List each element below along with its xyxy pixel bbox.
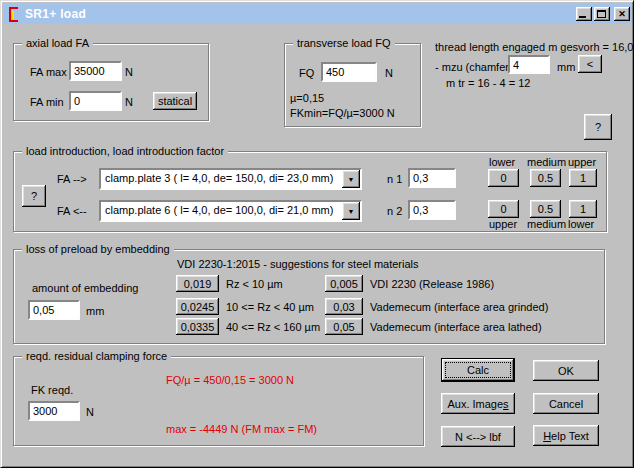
thread-help-button[interactable]: ? bbox=[584, 114, 612, 140]
transverse-load-group: transverse load FQ FQ N µ=0,15 FKmin=FQ/… bbox=[284, 43, 421, 127]
statical-button[interactable]: statical bbox=[153, 92, 197, 110]
rz10-label: Rz < 10 µm bbox=[226, 278, 283, 291]
window-title: SR1+ load bbox=[25, 7, 574, 21]
fq-mu-formula-text: FQ/µ = 450/0,15 = 3000 N bbox=[166, 374, 294, 387]
n1-upper-label: upper bbox=[568, 156, 596, 169]
mzu-chamfer-label: - mzu (chamfer) bbox=[435, 61, 513, 74]
aux-images-button[interactable]: Aux. Images bbox=[441, 393, 515, 414]
clamp-plate-2-combobox[interactable]: clamp.plate 6 ( l= 4,0, de= 100,0, di= 2… bbox=[99, 200, 362, 222]
n2-preset-0-button[interactable]: 0 bbox=[488, 200, 519, 218]
vademecum-lathed-label: Vademecum (interface area lathed) bbox=[370, 321, 542, 334]
amount-embedding-input[interactable] bbox=[28, 300, 80, 320]
embedding-group: loss of preload by embedding VDI 2230-1:… bbox=[13, 249, 605, 344]
vdi1986-value-button[interactable]: 0,005 bbox=[325, 275, 363, 292]
axial-load-group-label: axial load FA bbox=[22, 36, 93, 50]
clamping-force-group: reqd. residual clamping force FK reqd. N… bbox=[13, 356, 424, 446]
clamp-plate-1-value: clamp.plate 3 ( l= 4,0, de= 150,0, di= 2… bbox=[105, 172, 333, 184]
load-intro-help-button[interactable]: ? bbox=[22, 185, 46, 207]
vdi1986-label: VDI 2230 (Release 1986) bbox=[370, 278, 494, 291]
close-icon: ✕ bbox=[618, 9, 626, 19]
rz40-value-button[interactable]: 0,0245 bbox=[176, 298, 219, 315]
calc-button[interactable]: Calc bbox=[441, 358, 515, 382]
rz160-value-button[interactable]: 0,0335 bbox=[176, 318, 219, 335]
cancel-button[interactable]: Cancel bbox=[533, 393, 599, 414]
fk-reqd-label: FK reqd. bbox=[31, 384, 73, 397]
clamp-plate-1-combobox[interactable]: clamp.plate 3 ( l= 4,0, de= 150,0, di= 2… bbox=[99, 168, 362, 190]
maximize-icon bbox=[597, 10, 606, 18]
n-lbf-toggle-button[interactable]: N <--> lbf bbox=[441, 426, 515, 447]
fa-max-input[interactable] bbox=[69, 61, 122, 81]
fm-max-warning-text: max = -4449 N (FM max = FM) bbox=[166, 423, 317, 436]
minimize-icon bbox=[579, 16, 586, 18]
clamp-plate-2-dropdown-arrow-icon[interactable]: ▼ bbox=[342, 202, 360, 220]
n2-preset-05-button[interactable]: 0.5 bbox=[530, 200, 561, 218]
embedding-group-label: loss of preload by embedding bbox=[22, 242, 174, 256]
clamping-force-group-label: reqd. residual clamping force bbox=[22, 349, 171, 363]
sr1-load-dialog: SR1+ load ✕ axial load FA FA max N FA mi… bbox=[0, 0, 634, 468]
title-bar: SR1+ load ✕ bbox=[4, 4, 632, 24]
amount-embedding-unit: mm bbox=[86, 305, 104, 318]
transverse-load-group-label: transverse load FQ bbox=[293, 36, 395, 50]
n1-input[interactable] bbox=[408, 168, 456, 188]
n1-preset-1-button[interactable]: 1 bbox=[569, 169, 597, 187]
fkmin-formula-text: FKmin=FQ/µ=3000 N bbox=[290, 107, 395, 120]
fq-input[interactable] bbox=[321, 62, 377, 82]
mzu-back-button[interactable]: < bbox=[578, 55, 602, 73]
minimize-button[interactable] bbox=[576, 7, 592, 21]
n1-label: n 1 bbox=[387, 173, 402, 186]
fk-reqd-unit: N bbox=[86, 406, 94, 419]
fa-min-unit: N bbox=[125, 96, 133, 109]
mu-value-text: µ=0,15 bbox=[290, 92, 324, 105]
load-introduction-group: load introduction, load introduction fac… bbox=[13, 151, 607, 232]
close-button[interactable]: ✕ bbox=[614, 7, 630, 21]
thread-length-text: thread length engaged m gesvorh = 16,0 bbox=[435, 41, 633, 54]
n2-input[interactable] bbox=[408, 200, 456, 220]
n2-preset-1-button[interactable]: 1 bbox=[569, 200, 597, 218]
n2-lower-label: lower bbox=[568, 218, 594, 231]
mzu-unit: mm bbox=[557, 61, 575, 74]
aux-images-mnemonic: s bbox=[503, 398, 509, 410]
help-text-mnemonic: H bbox=[543, 430, 551, 442]
rz10-value-button[interactable]: 0,019 bbox=[176, 275, 219, 292]
vademecum-grinded-label: Vademecum (interface area grinded) bbox=[370, 301, 548, 314]
help-text-label: elp Text bbox=[551, 430, 589, 442]
n1-preset-0-button[interactable]: 0 bbox=[488, 169, 519, 187]
maximize-button[interactable] bbox=[594, 7, 610, 21]
n2-upper-label: upper bbox=[489, 218, 517, 231]
mzu-input[interactable] bbox=[508, 55, 550, 74]
fk-reqd-input[interactable] bbox=[28, 401, 80, 421]
vademecum-lathed-value-button[interactable]: 0,05 bbox=[325, 318, 363, 335]
fq-unit: N bbox=[385, 67, 393, 80]
fa-max-unit: N bbox=[125, 66, 133, 79]
clamp-plate-1-dropdown-arrow-icon[interactable]: ▼ bbox=[342, 170, 360, 188]
fa-backward-label: FA <-- bbox=[57, 205, 87, 218]
fa-forward-label: FA --> bbox=[57, 173, 87, 186]
n2-label: n 2 bbox=[387, 205, 402, 218]
fa-min-label: FA min bbox=[30, 96, 64, 109]
rz160-label: 40 <= Rz < 160 µm bbox=[226, 321, 320, 334]
fa-min-input[interactable] bbox=[69, 91, 122, 111]
n1-preset-05-button[interactable]: 0.5 bbox=[530, 169, 561, 187]
aux-images-label: Aux. Image bbox=[447, 398, 503, 410]
vdi-header-text: VDI 2230-1:2015 - suggestions for steel … bbox=[177, 258, 419, 271]
load-introduction-group-label: load introduction, load introduction fac… bbox=[22, 144, 228, 158]
fq-label: FQ bbox=[299, 67, 314, 80]
clamp-plate-2-value: clamp.plate 6 ( l= 4,0, de= 100,0, di= 2… bbox=[105, 204, 333, 216]
mtr-formula-text: m tr = 16 - 4 = 12 bbox=[446, 77, 530, 90]
axial-load-group: axial load FA FA max N FA min N statical bbox=[13, 43, 209, 121]
amount-embedding-label: amount of embedding bbox=[32, 282, 138, 295]
ok-button[interactable]: OK bbox=[533, 360, 599, 381]
rz40-label: 10 <= Rz < 40 µm bbox=[226, 301, 314, 314]
n1-lower-label: lower bbox=[489, 156, 515, 169]
help-text-button[interactable]: Help Text bbox=[533, 425, 599, 446]
app-icon bbox=[7, 7, 21, 22]
vademecum-grinded-value-button[interactable]: 0,03 bbox=[325, 298, 363, 315]
fa-max-label: FA max bbox=[30, 66, 67, 79]
n1-medium-label: medium bbox=[527, 156, 566, 169]
n2-medium-label: medium bbox=[527, 218, 566, 231]
